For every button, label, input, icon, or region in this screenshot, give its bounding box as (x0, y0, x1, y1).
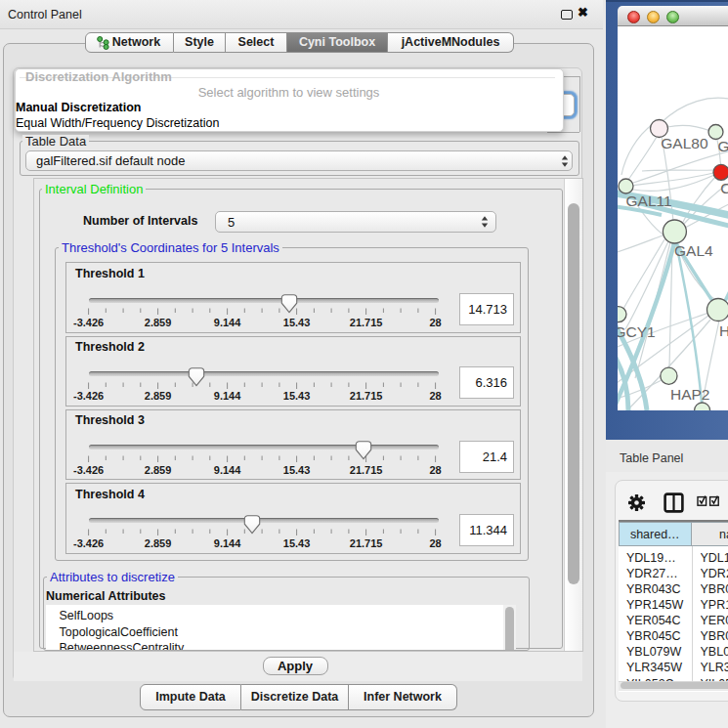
svg-text:GA: GA (718, 138, 728, 154)
svg-text:HI: HI (719, 322, 728, 339)
svg-text:CO: CO (720, 180, 728, 196)
svg-text:HAP2: HAP2 (670, 386, 710, 403)
svg-text:GAL11: GAL11 (626, 193, 672, 209)
svg-text:GAL4: GAL4 (674, 242, 713, 259)
svg-text:GCY1: GCY1 (618, 323, 656, 340)
svg-text:GAL80: GAL80 (661, 135, 708, 151)
